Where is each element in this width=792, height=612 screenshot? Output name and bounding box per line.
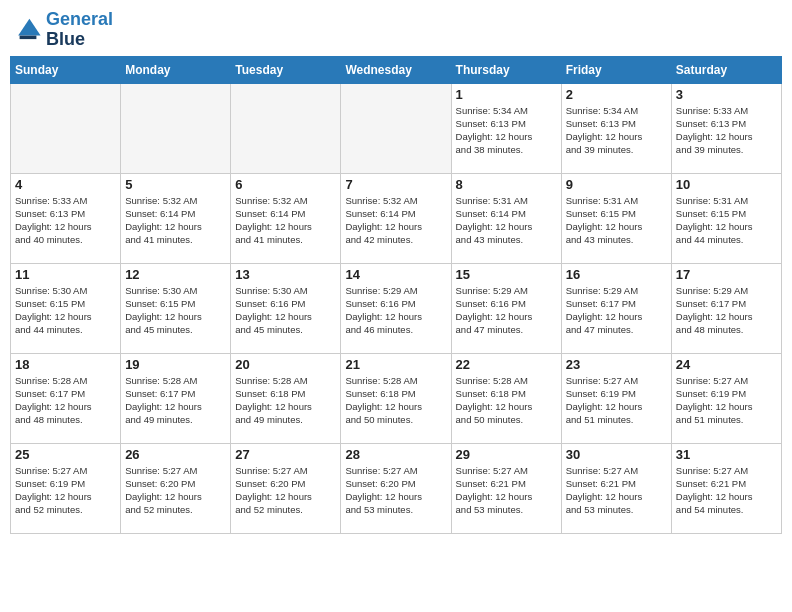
cell-info: Sunrise: 5:33 AM Sunset: 6:13 PM Dayligh… [15,194,116,247]
calendar-cell [231,83,341,173]
cell-info: Sunrise: 5:27 AM Sunset: 6:21 PM Dayligh… [676,464,777,517]
cell-info: Sunrise: 5:27 AM Sunset: 6:19 PM Dayligh… [566,374,667,427]
day-number: 18 [15,357,116,372]
cell-info: Sunrise: 5:27 AM Sunset: 6:19 PM Dayligh… [15,464,116,517]
week-row-1: 1Sunrise: 5:34 AM Sunset: 6:13 PM Daylig… [11,83,782,173]
calendar-body: 1Sunrise: 5:34 AM Sunset: 6:13 PM Daylig… [11,83,782,533]
cell-info: Sunrise: 5:28 AM Sunset: 6:18 PM Dayligh… [235,374,336,427]
cell-info: Sunrise: 5:31 AM Sunset: 6:15 PM Dayligh… [676,194,777,247]
day-number: 24 [676,357,777,372]
cell-info: Sunrise: 5:28 AM Sunset: 6:17 PM Dayligh… [125,374,226,427]
week-row-5: 25Sunrise: 5:27 AM Sunset: 6:19 PM Dayli… [11,443,782,533]
calendar-cell: 14Sunrise: 5:29 AM Sunset: 6:16 PM Dayli… [341,263,451,353]
day-number: 2 [566,87,667,102]
calendar-cell: 15Sunrise: 5:29 AM Sunset: 6:16 PM Dayli… [451,263,561,353]
day-number: 30 [566,447,667,462]
calendar-cell: 31Sunrise: 5:27 AM Sunset: 6:21 PM Dayli… [671,443,781,533]
cell-info: Sunrise: 5:31 AM Sunset: 6:15 PM Dayligh… [566,194,667,247]
day-number: 20 [235,357,336,372]
day-number: 1 [456,87,557,102]
calendar-table: SundayMondayTuesdayWednesdayThursdayFrid… [10,56,782,534]
calendar-cell: 26Sunrise: 5:27 AM Sunset: 6:20 PM Dayli… [121,443,231,533]
day-number: 31 [676,447,777,462]
cell-info: Sunrise: 5:29 AM Sunset: 6:17 PM Dayligh… [676,284,777,337]
calendar-cell: 9Sunrise: 5:31 AM Sunset: 6:15 PM Daylig… [561,173,671,263]
day-header-monday: Monday [121,56,231,83]
day-number: 6 [235,177,336,192]
day-header-tuesday: Tuesday [231,56,341,83]
day-number: 13 [235,267,336,282]
cell-info: Sunrise: 5:34 AM Sunset: 6:13 PM Dayligh… [566,104,667,157]
cell-info: Sunrise: 5:32 AM Sunset: 6:14 PM Dayligh… [345,194,446,247]
calendar-cell: 10Sunrise: 5:31 AM Sunset: 6:15 PM Dayli… [671,173,781,263]
cell-info: Sunrise: 5:28 AM Sunset: 6:17 PM Dayligh… [15,374,116,427]
cell-info: Sunrise: 5:32 AM Sunset: 6:14 PM Dayligh… [235,194,336,247]
calendar-cell: 21Sunrise: 5:28 AM Sunset: 6:18 PM Dayli… [341,353,451,443]
svg-rect-1 [20,35,37,39]
calendar-cell: 5Sunrise: 5:32 AM Sunset: 6:14 PM Daylig… [121,173,231,263]
calendar-cell: 28Sunrise: 5:27 AM Sunset: 6:20 PM Dayli… [341,443,451,533]
calendar-cell: 12Sunrise: 5:30 AM Sunset: 6:15 PM Dayli… [121,263,231,353]
day-number: 15 [456,267,557,282]
day-number: 19 [125,357,226,372]
calendar-cell: 13Sunrise: 5:30 AM Sunset: 6:16 PM Dayli… [231,263,341,353]
cell-info: Sunrise: 5:33 AM Sunset: 6:13 PM Dayligh… [676,104,777,157]
cell-info: Sunrise: 5:28 AM Sunset: 6:18 PM Dayligh… [456,374,557,427]
day-number: 10 [676,177,777,192]
cell-info: Sunrise: 5:27 AM Sunset: 6:20 PM Dayligh… [235,464,336,517]
cell-info: Sunrise: 5:27 AM Sunset: 6:21 PM Dayligh… [566,464,667,517]
day-number: 8 [456,177,557,192]
day-header-friday: Friday [561,56,671,83]
cell-info: Sunrise: 5:27 AM Sunset: 6:19 PM Dayligh… [676,374,777,427]
calendar-cell: 23Sunrise: 5:27 AM Sunset: 6:19 PM Dayli… [561,353,671,443]
calendar-cell: 1Sunrise: 5:34 AM Sunset: 6:13 PM Daylig… [451,83,561,173]
calendar-cell: 25Sunrise: 5:27 AM Sunset: 6:19 PM Dayli… [11,443,121,533]
svg-marker-0 [18,19,40,36]
day-number: 29 [456,447,557,462]
day-number: 27 [235,447,336,462]
calendar-cell: 3Sunrise: 5:33 AM Sunset: 6:13 PM Daylig… [671,83,781,173]
calendar-cell: 20Sunrise: 5:28 AM Sunset: 6:18 PM Dayli… [231,353,341,443]
day-number: 12 [125,267,226,282]
day-number: 4 [15,177,116,192]
day-number: 7 [345,177,446,192]
week-row-2: 4Sunrise: 5:33 AM Sunset: 6:13 PM Daylig… [11,173,782,263]
day-number: 3 [676,87,777,102]
calendar-cell: 4Sunrise: 5:33 AM Sunset: 6:13 PM Daylig… [11,173,121,263]
day-number: 9 [566,177,667,192]
day-number: 23 [566,357,667,372]
day-number: 21 [345,357,446,372]
cell-info: Sunrise: 5:30 AM Sunset: 6:16 PM Dayligh… [235,284,336,337]
cell-info: Sunrise: 5:29 AM Sunset: 6:17 PM Dayligh… [566,284,667,337]
calendar-cell: 24Sunrise: 5:27 AM Sunset: 6:19 PM Dayli… [671,353,781,443]
cell-info: Sunrise: 5:27 AM Sunset: 6:20 PM Dayligh… [345,464,446,517]
day-header-sunday: Sunday [11,56,121,83]
day-number: 22 [456,357,557,372]
day-header-wednesday: Wednesday [341,56,451,83]
cell-info: Sunrise: 5:34 AM Sunset: 6:13 PM Dayligh… [456,104,557,157]
week-row-3: 11Sunrise: 5:30 AM Sunset: 6:15 PM Dayli… [11,263,782,353]
calendar-cell [11,83,121,173]
calendar-cell: 22Sunrise: 5:28 AM Sunset: 6:18 PM Dayli… [451,353,561,443]
cell-info: Sunrise: 5:28 AM Sunset: 6:18 PM Dayligh… [345,374,446,427]
calendar-cell: 27Sunrise: 5:27 AM Sunset: 6:20 PM Dayli… [231,443,341,533]
week-row-4: 18Sunrise: 5:28 AM Sunset: 6:17 PM Dayli… [11,353,782,443]
calendar-cell: 6Sunrise: 5:32 AM Sunset: 6:14 PM Daylig… [231,173,341,263]
cell-info: Sunrise: 5:30 AM Sunset: 6:15 PM Dayligh… [125,284,226,337]
day-number: 16 [566,267,667,282]
logo: General Blue [14,10,113,50]
calendar-cell: 8Sunrise: 5:31 AM Sunset: 6:14 PM Daylig… [451,173,561,263]
page-header: General Blue [10,10,782,50]
cell-info: Sunrise: 5:29 AM Sunset: 6:16 PM Dayligh… [345,284,446,337]
cell-info: Sunrise: 5:27 AM Sunset: 6:21 PM Dayligh… [456,464,557,517]
calendar-cell [121,83,231,173]
cell-info: Sunrise: 5:31 AM Sunset: 6:14 PM Dayligh… [456,194,557,247]
calendar-cell: 11Sunrise: 5:30 AM Sunset: 6:15 PM Dayli… [11,263,121,353]
calendar-cell: 19Sunrise: 5:28 AM Sunset: 6:17 PM Dayli… [121,353,231,443]
calendar-cell: 29Sunrise: 5:27 AM Sunset: 6:21 PM Dayli… [451,443,561,533]
logo-text: General Blue [46,10,113,50]
cell-info: Sunrise: 5:27 AM Sunset: 6:20 PM Dayligh… [125,464,226,517]
calendar-cell: 18Sunrise: 5:28 AM Sunset: 6:17 PM Dayli… [11,353,121,443]
logo-icon [14,16,42,44]
day-number: 5 [125,177,226,192]
